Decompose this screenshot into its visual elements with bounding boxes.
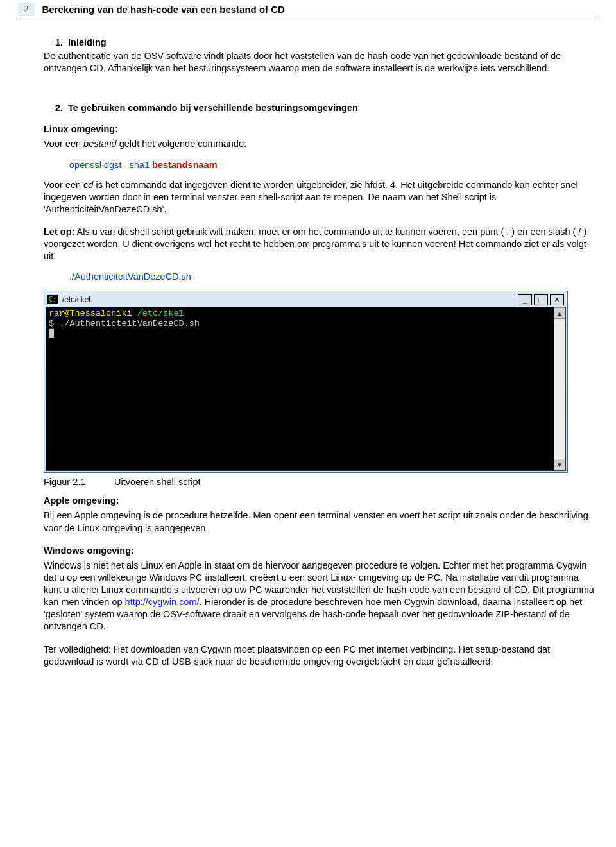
section-1-title: Inleiding [68,37,107,47]
terminal-body[interactable]: rar@Thessaloniki /etc/skel $ ./Authentic… [46,307,554,470]
section-1-number: 1. [55,37,63,47]
page-header: 2 Berekening van de hash-code van een be… [18,3,598,19]
section-2-heading: 2.Te gebruiken commando bij verschillend… [44,103,594,113]
figure-label: Figuur 2.1 [44,477,114,487]
terminal-title-path: /etc/skel [62,295,518,304]
section-2-number: 2. [55,103,63,113]
command-script: ./AuthenticiteitVanDezeCD.sh [69,271,594,282]
figure-caption: Figuur 2.1Uitvoeren shell script [44,477,594,487]
scroll-up-icon[interactable]: ▲ [554,307,565,319]
terminal-window: C: /etc/skel _ □ × rar@Thessaloniki /etc… [44,291,568,473]
section-1-heading: 1.Inleiding [44,37,594,47]
windows-para-1: Windows is niet net als Linux en Apple i… [44,560,594,633]
cygwin-link[interactable]: http://cygwin.com/ [125,597,200,607]
terminal-icon: C: [47,295,58,304]
letop-para: Let op: Als u van dit shell script gebru… [44,226,594,262]
section-1-para: De authenticatie van de OSV software vin… [44,50,594,74]
windows-heading: Windows omgeving: [44,545,134,556]
terminal-titlebar: C: /etc/skel _ □ × [46,293,566,307]
linux-heading: Linux omgeving: [44,124,118,134]
page-title: Berekening van de hash-code van een best… [42,4,285,15]
minimize-icon[interactable]: _ [518,294,532,305]
terminal-scrollbar[interactable]: ▲ ▼ [554,307,565,470]
scroll-down-icon[interactable]: ▼ [554,459,565,470]
apple-para: Bij een Apple omgeving is de procedure h… [44,509,594,534]
close-icon[interactable]: × [550,294,564,305]
letop-label: Let op: [44,227,74,237]
apple-heading: Apple omgeving: [44,495,119,506]
command-openssl: openssl dgst –sha1 bestandsnaam [69,160,594,170]
maximize-icon[interactable]: □ [534,294,548,305]
linux-para-1: Voor een bestand geldt het volgende comm… [44,138,594,150]
linux-para-2: Voor een cd is het commando dat ingegeve… [44,179,594,216]
section-2-title: Te gebruiken commando bij verschillende … [68,103,358,113]
cmd-openssl-arg: bestandsnaam [152,160,218,170]
page-number: 2 [18,3,35,16]
figure-text: Uitvoeren shell script [114,477,201,487]
cmd-openssl-blue: openssl dgst –sha1 [69,160,152,170]
windows-para-2: Ter volledigheid: Het downloaden van Cyg… [44,644,594,668]
